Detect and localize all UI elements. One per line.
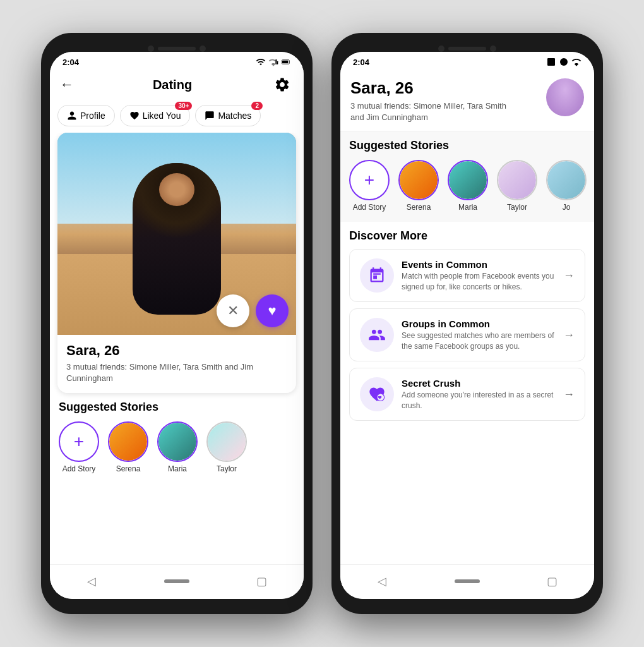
card-image: ✕ ♥ (57, 133, 296, 335)
groups-icon (368, 326, 386, 344)
dislike-button[interactable]: ✕ (217, 294, 249, 327)
story-maria[interactable]: Maria (157, 421, 198, 473)
discover-more-section: Discover More Events in Common Match wit… (340, 222, 594, 435)
crush-title: Secret Crush (402, 378, 556, 389)
profile-top-row: Sara, 26 3 mutual friends: Simone Miller… (350, 78, 584, 123)
camera-row-2 (438, 45, 496, 52)
story2-serena[interactable]: Serena (398, 160, 439, 212)
profile-name: Sara, 26 (350, 78, 515, 98)
status-icons-2 (546, 57, 581, 67)
crush-icon (368, 385, 386, 403)
story-taylor[interactable]: Taylor (206, 421, 247, 473)
story2-maria-circle (448, 160, 488, 200)
tab-matches-label: Matches (218, 111, 251, 121)
liked-you-badge: 30+ (175, 102, 192, 110)
card-mutual: 3 mutual friends: Simone Miller, Tara Sm… (66, 361, 287, 384)
crush-icon-circle (360, 377, 394, 411)
events-icon-circle (360, 258, 394, 293)
tab-liked-you[interactable]: Liked You 30+ (120, 105, 191, 126)
status-time-2: 2:04 (353, 57, 369, 67)
signal-icon (268, 57, 278, 67)
bottom-nav-2: ◁ ▢ (340, 564, 594, 599)
header-title-1: Dating (153, 78, 192, 92)
notch-area-2 (340, 42, 594, 52)
bottom-nav-1: ◁ ▢ (50, 564, 304, 599)
story2-taylor-circle (497, 160, 537, 200)
chat-icon (205, 111, 215, 121)
svg-rect-3 (282, 61, 288, 64)
scene: 2:04 (0, 0, 644, 647)
story-add[interactable]: + Add Story (59, 421, 99, 473)
groups-title: Groups in Common (402, 318, 556, 329)
action-buttons: ✕ ♥ (217, 294, 289, 327)
story2-taylor[interactable]: Taylor (497, 160, 537, 212)
stop-icon (546, 57, 556, 67)
discover-more-title: Discover More (349, 229, 585, 243)
story-serena[interactable]: Serena (108, 421, 148, 473)
speaker-bar-2 (448, 47, 486, 51)
heart-icon (129, 111, 140, 121)
phone2-scroll[interactable]: Sara, 26 3 mutual friends: Simone Miller… (340, 70, 594, 564)
back-button[interactable]: ← (60, 76, 74, 93)
discover-card-events[interactable]: Events in Common Match with people from … (349, 249, 585, 302)
tab-liked-you-label: Liked You (143, 111, 181, 121)
nav-square-button-2[interactable]: ▢ (541, 570, 564, 593)
calendar-icon (368, 267, 386, 284)
phone-2: 2:04 (331, 33, 603, 614)
phone1-bottom (50, 599, 304, 605)
story2-maria[interactable]: Maria (448, 160, 488, 212)
status-bar-2: 2:04 (340, 52, 594, 70)
svg-rect-4 (547, 58, 555, 66)
card-name: Sara, 26 (66, 342, 287, 359)
wifi-icon (256, 57, 266, 67)
app-header-1: ← Dating (50, 70, 304, 102)
speaker-bar (158, 47, 196, 51)
crush-arrow: → (563, 388, 575, 401)
nav-square-button[interactable]: ▢ (251, 570, 273, 593)
discover-card-groups[interactable]: Groups in Common See suggested matches w… (349, 308, 585, 361)
story2-serena-circle (398, 160, 439, 200)
card-info: Sara, 26 3 mutual friends: Simone Miller… (57, 335, 296, 393)
svg-rect-0 (275, 59, 277, 64)
nav-back-button-2[interactable]: ◁ (371, 570, 393, 593)
matches-badge: 2 (251, 102, 263, 110)
suggested-stories-title: Suggested Stories (50, 393, 304, 419)
story-taylor-circle (206, 421, 247, 462)
tab-profile[interactable]: Profile (57, 105, 115, 126)
phone-1: 2:04 (41, 33, 313, 614)
status-icons-1 (256, 57, 291, 67)
phone-2-screen: 2:04 (340, 52, 594, 599)
camera-row (148, 45, 206, 52)
groups-desc: See suggested matches who are members of… (402, 330, 556, 352)
discover-card-crush[interactable]: Secret Crush Add someone you're interest… (349, 368, 585, 421)
groups-arrow: → (563, 329, 575, 342)
story-add-label: Add Story (63, 464, 96, 473)
gear-icon (274, 76, 290, 93)
status-bar-1: 2:04 (50, 52, 304, 70)
camera-dot-left-2 (438, 45, 444, 52)
story2-add[interactable]: + Add Story (349, 160, 390, 212)
story2-add-circle: + (349, 160, 390, 200)
story2-jo[interactable]: Jo (546, 160, 587, 212)
story2-jo-circle (546, 160, 587, 200)
events-text: Events in Common Match with people from … (402, 259, 556, 293)
events-desc: Match with people from Facebook events y… (402, 271, 556, 293)
camera-dot-right (200, 45, 206, 52)
phone2-bottom (340, 599, 594, 605)
like-button[interactable]: ♥ (256, 294, 289, 327)
nav-home-button-2[interactable] (455, 579, 480, 583)
phone1-scroll[interactable]: ✕ ♥ Sara, 26 3 mutual friends: Simone Mi… (50, 133, 304, 564)
story2-taylor-label: Taylor (507, 203, 527, 212)
stories-row-1: + Add Story Serena Maria (50, 419, 304, 478)
crush-desc: Add someone you're interested in as a se… (402, 390, 556, 411)
tab-profile-label: Profile (80, 111, 105, 121)
suggested-stories-title-2: Suggested Stories (340, 131, 594, 157)
profile-card: ✕ ♥ Sara, 26 3 mutual friends: Simone Mi… (57, 133, 296, 393)
tab-matches[interactable]: Matches 2 (195, 105, 261, 126)
events-title: Events in Common (402, 259, 556, 270)
nav-home-button[interactable] (164, 579, 189, 583)
settings-button[interactable] (271, 73, 294, 96)
groups-text: Groups in Common See suggested matches w… (402, 318, 556, 352)
nav-back-button[interactable]: ◁ (80, 570, 103, 593)
story2-maria-label: Maria (458, 203, 477, 212)
